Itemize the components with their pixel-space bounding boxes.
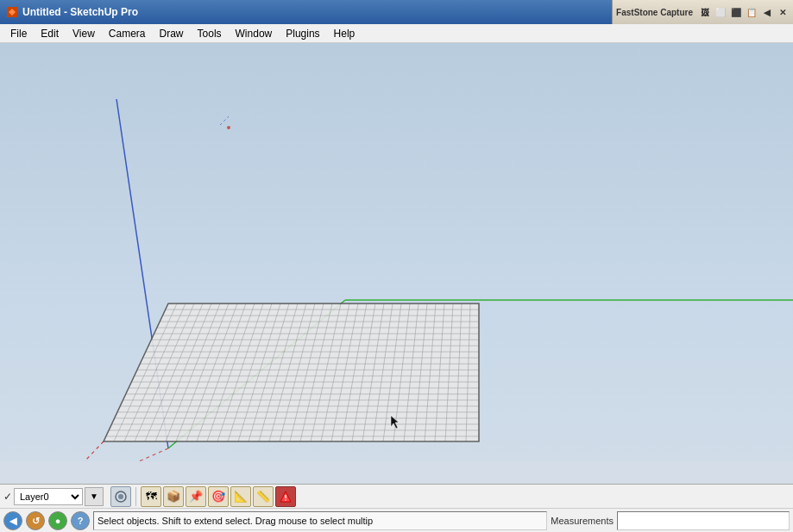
faststone-label: FastStone Capture [616, 8, 693, 17]
measurements-input[interactable] [617, 511, 790, 530]
status-btn-help[interactable]: ? [71, 511, 90, 530]
svg-point-78 [285, 499, 286, 501]
menu-item-view[interactable]: View [66, 26, 102, 41]
scene-icon[interactable] [110, 486, 131, 507]
toolbar-icon-1[interactable]: 🗺 [141, 486, 161, 507]
faststone-bar: FastStone Capture 🖼 ⬜ ⬛ 📋 ◀ ✕ [612, 0, 793, 24]
svg-marker-7 [104, 304, 479, 441]
toolbar-row: ✓ Layer0 ▼ 🗺 📦 📌 🎯 📐 📏 [0, 485, 793, 509]
menu-item-tools[interactable]: Tools [191, 26, 229, 41]
menubar: FileEditViewCameraDrawToolsWindowPlugins… [0, 24, 793, 43]
status-btn-back[interactable]: ◀ [3, 511, 22, 530]
fs-icon-2[interactable]: ⬜ [714, 5, 727, 19]
toolbar-icon-4[interactable]: 🎯 [208, 486, 229, 507]
measurements-group: Measurements [551, 511, 790, 530]
measurements-label: Measurements [551, 516, 614, 526]
fs-icon-1[interactable]: 🖼 [698, 5, 712, 19]
status-btn-record[interactable]: ● [48, 511, 67, 530]
fs-icon-close[interactable]: ✕ [776, 5, 790, 19]
svg-point-75 [118, 494, 123, 499]
toolbar-icon-7[interactable] [275, 486, 296, 507]
fs-icon-5[interactable]: ◀ [760, 5, 774, 19]
layer-check: ✓ [3, 491, 12, 503]
menu-item-help[interactable]: Help [327, 26, 362, 41]
menu-item-camera[interactable]: Camera [102, 26, 153, 41]
menu-item-edit[interactable]: Edit [34, 26, 66, 41]
status-row: ◀ ↺ ● ? Select objects. Shift to extend … [0, 509, 793, 532]
status-text: Select objects. Shift to extend select. … [93, 511, 547, 530]
toolbar-icon-2[interactable]: 📦 [163, 486, 184, 507]
layer-dropdown-btn[interactable]: ▼ [85, 487, 104, 506]
toolbar-icon-3[interactable]: 📌 [186, 486, 206, 507]
svg-point-73 [227, 126, 230, 129]
layer-select[interactable]: Layer0 [14, 488, 83, 505]
fs-icon-3[interactable]: ⬛ [729, 5, 743, 19]
titlebar: Untitled - SketchUp Pro FastStone Captur… [0, 0, 793, 24]
menu-item-draw[interactable]: Draw [153, 26, 191, 41]
toolbar-icon-6[interactable]: 📏 [253, 486, 274, 507]
menu-item-plugins[interactable]: Plugins [279, 26, 326, 41]
scene-svg [0, 43, 793, 461]
app-icon [5, 5, 19, 19]
menu-item-window[interactable]: Window [229, 26, 280, 41]
status-btn-refresh[interactable]: ↺ [26, 511, 45, 530]
statusbar-area: ✓ Layer0 ▼ 🗺 📦 📌 🎯 📐 📏 [0, 484, 793, 532]
fs-icon-4[interactable]: 📋 [745, 5, 758, 19]
toolbar-icon-5[interactable]: 📐 [230, 486, 251, 507]
menu-item-file[interactable]: File [3, 26, 34, 41]
toolbar-separator-1 [135, 487, 136, 506]
viewport [0, 43, 793, 461]
layer-selector-group: ✓ Layer0 ▼ [3, 487, 104, 506]
